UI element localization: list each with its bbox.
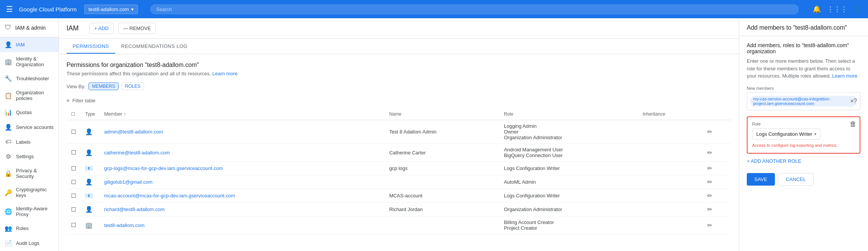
table-row: ☐👤richard@test8-adallom.comRichard Jorda…: [67, 203, 731, 216]
tab-recommendations[interactable]: RECOMMENDATIONS LOG: [115, 39, 194, 54]
type-icon: 🏢: [85, 222, 93, 229]
permissions-title: Permissions for organization "test8-adal…: [67, 62, 731, 68]
project-name: test8-adallom.com: [89, 6, 129, 12]
role-item: Owner: [504, 129, 634, 135]
panel-learn-more-link[interactable]: Learn more: [832, 73, 857, 79]
sidebar-item-settings[interactable]: ⚙ Settings: [0, 149, 59, 164]
sidebar-item-roles[interactable]: 👥 Roles: [0, 221, 59, 236]
row-checkbox[interactable]: ☐: [71, 179, 76, 185]
remove-button[interactable]: — REMOVE: [118, 23, 156, 34]
role-item: Android Management User: [504, 147, 634, 153]
edit-button[interactable]: ✏: [707, 129, 712, 135]
identity-icon: 🏢: [5, 58, 12, 65]
role-select-dropdown[interactable]: Logs Configuration Writer ▾: [752, 129, 820, 140]
app-logo: Google Cloud Platform: [19, 6, 77, 13]
menu-icon[interactable]: ☰: [5, 3, 14, 15]
nav-header-title: IAM & admin: [15, 25, 46, 31]
help-icon[interactable]: ?: [854, 98, 857, 105]
member-name: Richard Jordan: [385, 203, 499, 216]
edit-button[interactable]: ✏: [707, 179, 712, 185]
inheritance: [638, 162, 703, 175]
edit-button[interactable]: ✏: [707, 192, 712, 199]
row-checkbox[interactable]: ☐: [71, 206, 76, 213]
edit-button[interactable]: ✏: [707, 149, 712, 156]
member-roles: Organization Administrator: [499, 203, 638, 216]
sidebar-item-label: Quotas: [16, 110, 32, 115]
nav-header-icon: 🛡: [5, 24, 11, 32]
member-email[interactable]: richard@test8-adallom.com: [104, 207, 165, 212]
search-input[interactable]: [150, 4, 799, 14]
sidebar-item-crypto[interactable]: 🔑 Cryptographic keys: [0, 183, 59, 202]
iam-title: IAM: [67, 24, 79, 32]
type-icon: 👤: [85, 206, 93, 213]
inheritance: [638, 175, 703, 189]
edit-button[interactable]: ✏: [707, 165, 712, 172]
sidebar-item-service-accounts[interactable]: 👤 Service accounts: [0, 120, 59, 135]
learn-more-link[interactable]: Learn more: [212, 71, 237, 76]
sidebar-item-iam[interactable]: 👤 IAM: [0, 37, 59, 52]
member-email[interactable]: giligolub1@gmail.com: [104, 179, 152, 185]
add-another-role-button[interactable]: + ADD ANOTHER ROLE: [747, 158, 860, 164]
role-item: Logs Configuration Writer: [504, 193, 634, 199]
apps-icon[interactable]: ⋮⋮⋮: [825, 3, 849, 15]
inheritance: [638, 144, 703, 162]
sidebar-item-audit-logs[interactable]: 📄 Audit Logs: [0, 236, 59, 251]
members-view-btn[interactable]: MEMBERS: [89, 83, 119, 90]
sidebar-item-privacy[interactable]: 🔒 Privacy & Security: [0, 164, 59, 183]
identity-proxy-icon: 🌐: [5, 208, 12, 215]
row-checkbox[interactable]: ☐: [71, 165, 76, 172]
left-nav: 🛡 IAM & admin 👤 IAM 🏢 Identity & Organiz…: [0, 18, 59, 251]
row-checkbox[interactable]: ☐: [71, 149, 76, 156]
inheritance: [638, 203, 703, 216]
add-button[interactable]: + ADD: [89, 23, 114, 34]
members-input-container[interactable]: my-cas-service-account@cas-integration-p…: [747, 92, 860, 110]
quotas-icon: 📊: [5, 109, 12, 116]
sidebar-item-identity[interactable]: 🏢 Identity & Organization: [0, 52, 59, 71]
member-email[interactable]: gcp-logs@mcas-for-gcp-dev.iam.gserviceac…: [104, 165, 223, 171]
member-name: [385, 175, 499, 189]
troubleshooter-icon: 🔧: [5, 75, 12, 82]
member-email[interactable]: test8-adallom.com: [104, 222, 144, 228]
role-label: Role: [752, 122, 855, 126]
sidebar-item-identity-proxy[interactable]: 🌐 Identity-Aware Proxy: [0, 202, 59, 221]
sidebar-item-label: Troubleshooter: [16, 76, 49, 81]
type-icon: 📧: [85, 165, 93, 172]
panel-header: Add members to "test8-adallom.com": [739, 18, 868, 36]
tab-permissions[interactable]: PERMISSIONS: [67, 39, 115, 54]
edit-button[interactable]: ✏: [707, 206, 712, 213]
sidebar-item-label: IAM: [16, 42, 25, 48]
project-selector[interactable]: test8-adallom.com ▾: [84, 5, 138, 14]
row-checkbox[interactable]: ☐: [71, 129, 76, 135]
member-email[interactable]: catherine@test8-adallom.com: [104, 150, 170, 156]
member-email[interactable]: mcas-account@mcas-for-gcp-dev.iam.gservi…: [104, 193, 235, 199]
filter-label: Filter table: [73, 98, 96, 103]
delete-role-button[interactable]: 🗑: [850, 120, 857, 128]
save-button[interactable]: SAVE: [747, 173, 775, 186]
sidebar-item-org-policies[interactable]: 📋 Organization policies: [0, 86, 59, 105]
role-item: Logging Admin: [504, 123, 634, 129]
member-roles: Android Management UserBigQuery Connecti…: [499, 144, 638, 162]
account-icon[interactable]: 👤: [852, 3, 863, 15]
notifications-icon[interactable]: 🔔: [811, 3, 822, 15]
row-checkbox[interactable]: ☐: [71, 222, 76, 228]
type-icon: 👤: [85, 149, 93, 156]
sidebar-item-labels[interactable]: 🏷 Labels: [0, 135, 59, 149]
sidebar-item-troubleshooter[interactable]: 🔧 Troubleshooter: [0, 71, 59, 86]
cancel-button[interactable]: CANCEL: [778, 173, 814, 186]
type-icon: 👤: [85, 129, 93, 135]
panel-subtitle: Add members, roles to "test8-adallom.com…: [747, 42, 860, 54]
sidebar-item-label: Roles: [16, 226, 29, 231]
role-chevron-icon: ▾: [814, 132, 816, 136]
table-row: ☐🏢test8-adallom.comBilling Account Creat…: [67, 216, 731, 234]
roles-view-btn[interactable]: ROLES: [122, 83, 144, 90]
edit-button[interactable]: ✏: [707, 222, 712, 229]
row-checkbox[interactable]: ☐: [71, 192, 76, 199]
project-dropdown-icon: ▾: [131, 6, 134, 12]
sidebar-item-label: Organization policies: [16, 90, 54, 101]
role-select: Logs Configuration Writer ▾: [752, 129, 855, 140]
sidebar-item-quotas[interactable]: 📊 Quotas: [0, 105, 59, 120]
member-email[interactable]: admin@test8-adallom.com: [104, 129, 163, 135]
crypto-icon: 🔑: [5, 189, 12, 196]
member-name: MCAS-account: [385, 189, 499, 203]
privacy-icon: 🔒: [5, 170, 12, 177]
